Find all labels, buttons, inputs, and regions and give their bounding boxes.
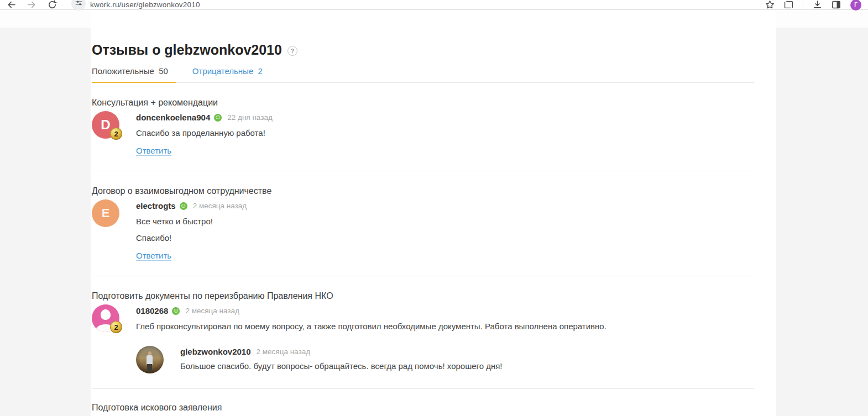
reviewer-avatar[interactable]: D 2 [92,111,119,142]
url-text[interactable]: kwork.ru/user/glebzwonkov2010 [90,1,200,9]
profile-avatar[interactable]: Г [850,0,861,10]
review-item: D 2 doncenkoelena904 ☺ 22 дня назад Спас… [92,111,754,156]
avatar-letter: E [92,199,119,227]
tab-positive[interactable]: Положительные 50 [92,67,176,82]
page-title: Отзывы о glebzwonkov2010 ? [92,41,754,58]
seller-reply: glebzwonkov2010 2 месяца назад Большое с… [136,346,754,373]
verified-smiley-icon: ☺ [214,114,222,122]
forward-icon[interactable] [27,0,36,9]
orders-count-badge: 2 [110,128,122,140]
review-item: 2 0180268 ☺ 2 месяца назад Глеб проконсу… [92,304,754,373]
section-divider [92,276,754,276]
reload-icon[interactable] [48,0,57,9]
tab-negative-count: 2 [258,66,263,76]
toolbar-divider [803,2,803,8]
verified-smiley-icon: ☺ [180,202,187,210]
gig-title[interactable]: Подготовка искового заявления [92,402,754,413]
reviewer-avatar[interactable]: 2 [92,304,119,335]
seller-username[interactable]: glebzwonkov2010 [180,347,251,356]
gig-title[interactable]: Договор о взаимовыгодном сотрудничестве [92,186,754,196]
tab-positive-count: 50 [159,66,168,76]
review-tabs: Положительные 50 Отрицательные 2 [92,67,754,83]
review-text: Глеб проконсультировал по моему вопросу,… [136,321,722,331]
review-text: Спасибо за проделанную работа! [136,128,722,138]
tab-negative[interactable]: Отрицательные 2 [192,67,270,82]
reviewer-username[interactable]: 0180268 [136,307,168,315]
address-bar[interactable]: kwork.ru/user/glebzwonkov2010 [68,0,765,10]
section-divider [92,171,754,171]
reviewer-username[interactable]: electrogts [136,202,176,210]
orders-count-badge: 2 [110,321,122,333]
review-time: 22 дня назад [227,113,273,122]
gig-title[interactable]: Консультация + рекомендации [92,97,754,108]
bookmark-star-icon[interactable] [765,0,775,9]
reply-link[interactable]: Ответить [136,145,171,156]
reply-link[interactable]: Ответить [136,250,171,261]
gig-title[interactable]: Подготовить документы по переизбранию Пр… [92,291,754,301]
help-icon[interactable]: ? [287,46,297,56]
reviewer-username[interactable]: doncenkoelena904 [136,113,210,122]
review-time: 2 месяца назад [193,202,247,210]
review-text: Все четко и быстро! [136,216,722,227]
review-time: 2 месяца назад [185,307,239,315]
review-item: E electrogts ☺ 2 месяца назад Все четко … [92,199,754,261]
side-panel-icon[interactable] [832,0,841,9]
reply-time: 2 месяца назад [257,347,311,356]
site-info-icon[interactable] [71,0,86,10]
download-icon[interactable] [813,0,822,9]
verified-smiley-icon: ☺ [172,307,180,315]
browser-toolbar: kwork.ru/user/glebzwonkov2010 Г [0,0,868,10]
reviewer-avatar[interactable]: E [92,199,119,230]
reply-text: Большое спасибо. будут вопросы- обращайт… [180,361,754,371]
seller-photo-avatar[interactable] [136,346,164,373]
reviews-panel: Отзывы о glebzwonkov2010 ? Положительные… [91,10,776,416]
section-divider [92,388,754,389]
reading-list-icon[interactable] [784,0,793,9]
review-text: Спасибо! [136,233,722,243]
back-icon[interactable] [7,0,16,9]
